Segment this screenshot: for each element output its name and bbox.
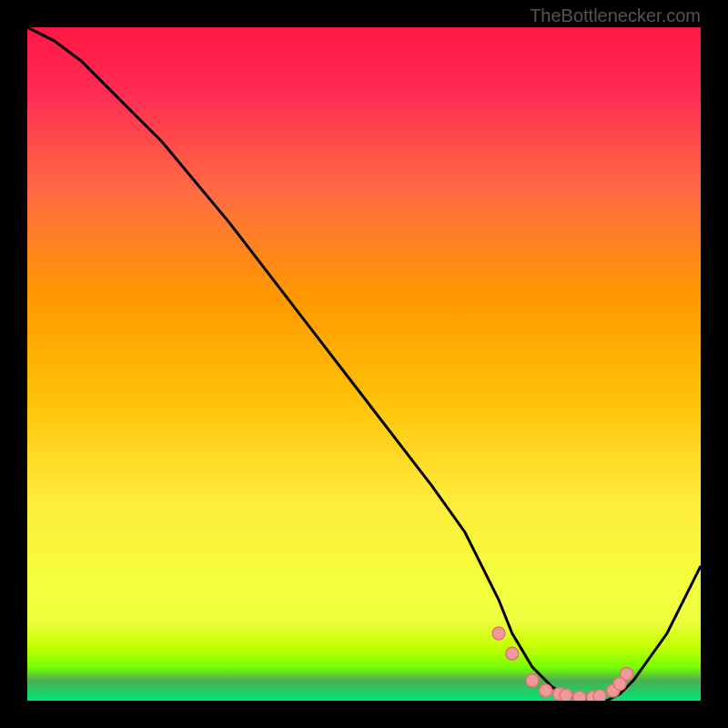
data-point (560, 689, 572, 701)
chart-svg (27, 27, 701, 701)
data-point (621, 667, 633, 680)
plot-area (27, 27, 701, 701)
data-point (526, 674, 539, 687)
chart-root: TheBottlenecker.com (0, 0, 728, 728)
gradient-background (27, 27, 701, 701)
data-point (492, 627, 505, 640)
data-point (593, 690, 606, 701)
data-point (573, 691, 586, 701)
data-point (540, 684, 552, 697)
data-point (506, 647, 519, 660)
attribution-text: TheBottlenecker.com (530, 5, 701, 26)
